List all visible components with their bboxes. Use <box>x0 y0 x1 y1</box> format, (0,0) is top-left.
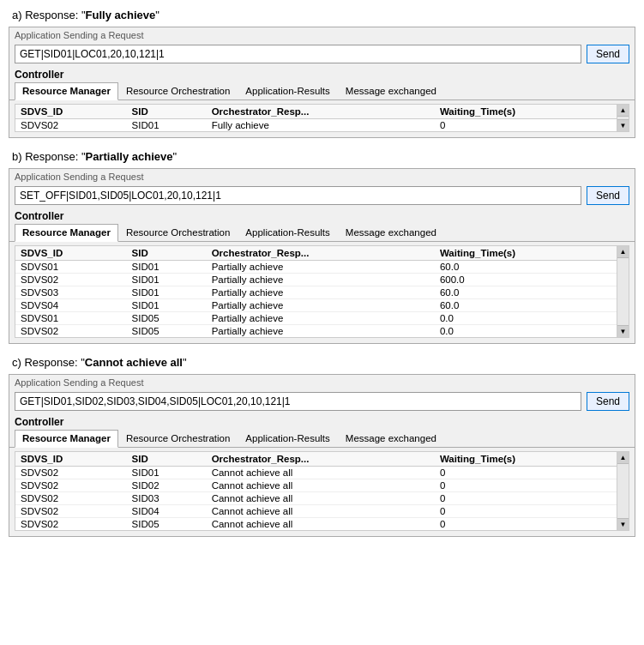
tab-0-0[interactable]: Resource Manager <box>15 82 118 100</box>
table-cell-2-3-0: SDVS02 <box>15 505 127 518</box>
send-button-1[interactable]: Send <box>587 186 629 205</box>
table-row: SDVS02SID04Cannot achieve all0 <box>15 505 617 518</box>
tab-1-3[interactable]: Message exchanged <box>338 224 444 241</box>
tab-2-0[interactable]: Resource Manager <box>15 430 118 448</box>
section-label-2: c) Response: "Cannot achieve all" <box>9 356 635 369</box>
col-header-1-2: Orchestrator_Resp... <box>207 246 435 261</box>
table-cell-1-1-2: Partially achieve <box>207 274 435 286</box>
table-cell-2-1-1: SID02 <box>127 479 207 492</box>
data-table-0: SDVS_IDSIDOrchestrator_Resp...Waiting_Ti… <box>15 105 617 131</box>
controller-label-0: Controller <box>9 67 635 82</box>
scroll-up-0[interactable]: ▲ <box>617 105 629 117</box>
table-cell-2-2-0: SDVS02 <box>15 492 127 505</box>
table-row: SDVS02SID05Cannot achieve all0 <box>15 518 617 531</box>
table-cell-2-4-1: SID05 <box>127 518 207 531</box>
table-cell-1-4-0: SDVS01 <box>15 312 127 325</box>
app-request-label-1: Application Sending a Request <box>9 169 635 184</box>
table-container-1: SDVS_IDSIDOrchestrator_Resp...Waiting_Ti… <box>15 245 629 338</box>
table-row: SDVS04SID01Partially achieve60.0 <box>15 299 617 312</box>
send-button-0[interactable]: Send <box>587 45 629 63</box>
scrollbar-1[interactable]: ▲▼ <box>617 246 629 337</box>
table-cell-1-4-3: 0.0 <box>435 312 617 325</box>
table-cell-1-3-1: SID01 <box>127 299 207 312</box>
request-row-2: Send <box>9 389 635 414</box>
request-input-0[interactable] <box>15 45 581 63</box>
table-row: SDVS02SID01Cannot achieve all0 <box>15 467 617 479</box>
table-cell-2-0-0: SDVS02 <box>15 467 127 479</box>
table-cell-1-2-2: Partially achieve <box>207 286 435 299</box>
request-row-0: Send <box>9 42 635 67</box>
col-header-1-3: Waiting_Time(s) <box>435 246 617 261</box>
table-row: SDVS01SID01Partially achieve60.0 <box>15 261 617 274</box>
table-cell-1-2-1: SID01 <box>127 286 207 299</box>
table-row: SDVS02SID01Partially achieve600.0 <box>15 274 617 286</box>
request-input-1[interactable] <box>15 186 581 205</box>
table-container-2: SDVS_IDSIDOrchestrator_Resp...Waiting_Ti… <box>15 451 629 531</box>
panel-1: Application Sending a RequestSendControl… <box>9 168 635 344</box>
col-header-2-1: SID <box>127 452 207 467</box>
tabs-row-2: Resource ManagerResource OrchestrationAp… <box>9 430 635 448</box>
table-row: SDVS03SID01Partially achieve60.0 <box>15 286 617 299</box>
tab-2-3[interactable]: Message exchanged <box>338 430 444 447</box>
tab-0-2[interactable]: Application-Results <box>238 82 337 99</box>
table-container-0: SDVS_IDSIDOrchestrator_Resp...Waiting_Ti… <box>15 104 629 132</box>
col-header-1-1: SID <box>127 246 207 261</box>
data-table-2: SDVS_IDSIDOrchestrator_Resp...Waiting_Ti… <box>15 452 617 530</box>
tab-2-2[interactable]: Application-Results <box>238 430 337 447</box>
app-request-label-0: Application Sending a Request <box>9 27 635 42</box>
scroll-up-1[interactable]: ▲ <box>617 246 629 258</box>
tab-1-0[interactable]: Resource Manager <box>15 224 118 242</box>
scrollbar-2[interactable]: ▲▼ <box>617 452 629 530</box>
table-row: SDVS01SID05Partially achieve0.0 <box>15 312 617 325</box>
table-cell-2-3-2: Cannot achieve all <box>207 505 435 518</box>
tab-2-1[interactable]: Resource Orchestration <box>118 430 238 447</box>
table-cell-1-0-3: 60.0 <box>435 261 617 274</box>
table-cell-1-0-2: Partially achieve <box>207 261 435 274</box>
tab-0-1[interactable]: Resource Orchestration <box>118 82 238 99</box>
send-button-2[interactable]: Send <box>587 392 629 411</box>
app-request-label-2: Application Sending a Request <box>9 375 635 389</box>
data-table-1: SDVS_IDSIDOrchestrator_Resp...Waiting_Ti… <box>15 246 617 337</box>
request-row-1: Send <box>9 184 635 208</box>
table-cell-1-0-1: SID01 <box>127 261 207 274</box>
table-cell-2-4-0: SDVS02 <box>15 518 127 531</box>
table-cell-2-1-3: 0 <box>435 479 617 492</box>
request-input-2[interactable] <box>15 392 581 411</box>
tab-1-1[interactable]: Resource Orchestration <box>118 224 238 241</box>
col-header-1-0: SDVS_ID <box>15 246 127 261</box>
scrollbar-0[interactable]: ▲▼ <box>617 105 629 131</box>
scroll-up-2[interactable]: ▲ <box>617 452 629 464</box>
table-cell-0-0-0: SDVS02 <box>15 119 127 132</box>
scroll-down-2[interactable]: ▼ <box>617 518 629 530</box>
tab-0-3[interactable]: Message exchanged <box>338 82 444 99</box>
table-row: SDVS02SID03Cannot achieve all0 <box>15 492 617 505</box>
table-cell-2-3-1: SID04 <box>127 505 207 518</box>
table-cell-2-2-3: 0 <box>435 492 617 505</box>
app-container: a) Response: "Fully achieve"Application … <box>9 9 635 537</box>
table-cell-2-4-3: 0 <box>435 518 617 531</box>
table-cell-2-3-3: 0 <box>435 505 617 518</box>
scroll-down-0[interactable]: ▼ <box>617 119 629 131</box>
col-header-0-2: Orchestrator_Resp... <box>207 105 435 119</box>
section-label-1: b) Response: "Partially achieve" <box>9 150 635 163</box>
tabs-row-1: Resource ManagerResource OrchestrationAp… <box>9 224 635 242</box>
table-cell-1-4-2: Partially achieve <box>207 312 435 325</box>
table-cell-2-0-1: SID01 <box>127 467 207 479</box>
table-cell-1-2-0: SDVS03 <box>15 286 127 299</box>
table-row: SDVS02SID05Partially achieve0.0 <box>15 325 617 338</box>
col-header-0-1: SID <box>127 105 207 119</box>
scroll-track-2[interactable] <box>617 464 629 518</box>
tabs-row-0: Resource ManagerResource OrchestrationAp… <box>9 82 635 100</box>
table-cell-1-5-0: SDVS02 <box>15 325 127 338</box>
table-cell-1-3-2: Partially achieve <box>207 299 435 312</box>
tab-1-2[interactable]: Application-Results <box>238 224 337 241</box>
table-cell-1-4-1: SID05 <box>127 312 207 325</box>
section-label-0: a) Response: "Fully achieve" <box>9 9 635 21</box>
table-cell-2-1-0: SDVS02 <box>15 479 127 492</box>
scroll-down-1[interactable]: ▼ <box>617 325 629 337</box>
table-cell-2-2-1: SID03 <box>127 492 207 505</box>
table-cell-1-2-3: 60.0 <box>435 286 617 299</box>
scroll-track-1[interactable] <box>617 258 629 325</box>
table-row: SDVS02SID01Fully achieve0 <box>15 119 617 132</box>
table-row: SDVS02SID02Cannot achieve all0 <box>15 479 617 492</box>
